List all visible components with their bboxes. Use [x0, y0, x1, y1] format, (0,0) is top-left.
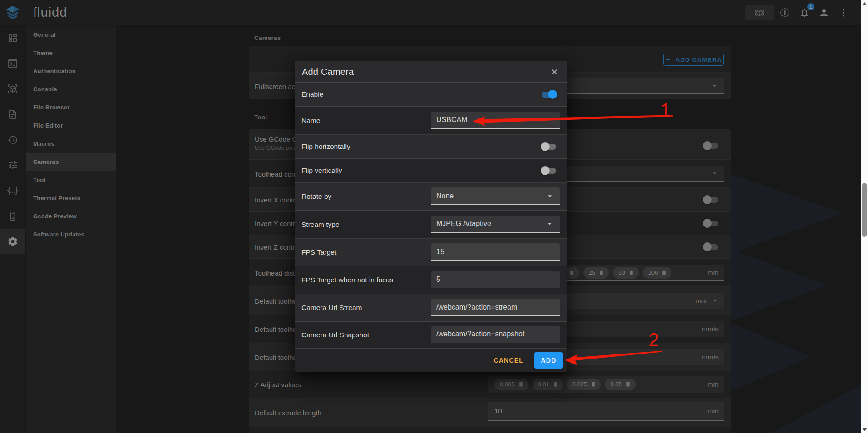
enable-toggle[interactable] [541, 90, 557, 99]
flip-horizontally-label: Flip horizontally [301, 143, 350, 151]
fps-idle-row: FPS Target when not in focus 5 [295, 266, 567, 294]
flip-vertically-row: Flip vertically [295, 159, 567, 183]
app-window: fluidd [0, 0, 868, 433]
scrollbar-down-arrow[interactable] [861, 426, 868, 433]
url-snapshot-label: Camera Url Snapshot [301, 331, 369, 339]
rotate-by-row: Rotate by None [295, 183, 567, 211]
fps-target-label: FPS Target [301, 248, 336, 256]
close-button[interactable] [549, 66, 560, 77]
stream-type-label: Stream type [301, 221, 340, 229]
flip-vertically-toggle[interactable] [541, 166, 557, 175]
fps-target-row: FPS Target 15 [295, 239, 567, 266]
url-snapshot-row: Camera Url Snapshot /webcam/?action=snap… [295, 322, 567, 348]
rotate-by-label: Rotate by [301, 192, 331, 201]
close-icon [550, 68, 559, 76]
add-camera-dialog: Add Camera Enable Name USBCAM Flip horiz… [295, 61, 567, 372]
url-stream-input[interactable]: /webcam/?action=stream [431, 299, 560, 316]
scrollbar-thumb[interactable] [862, 183, 867, 237]
url-snapshot-input[interactable]: /webcam/?action=snapshot [431, 326, 560, 343]
add-button[interactable]: ADD [534, 352, 563, 369]
url-stream-label: Camera Url Stream [301, 304, 362, 312]
url-stream-value: /webcam/?action=stream [436, 303, 517, 311]
chevron-down-icon [545, 192, 554, 201]
enable-row: Enable [295, 83, 567, 107]
fps-idle-input[interactable]: 5 [431, 271, 560, 288]
scrollbar-up-arrow[interactable] [861, 0, 868, 7]
flip-vertically-label: Flip vertically [301, 167, 342, 175]
fps-target-value: 15 [436, 248, 444, 256]
url-stream-row: Camera Url Stream /webcam/?action=stream [295, 294, 567, 322]
name-input-value: USBCAM [436, 116, 467, 124]
chevron-down-icon [545, 219, 554, 228]
dialog-title: Add Camera [302, 67, 354, 77]
name-input[interactable]: USBCAM [431, 112, 560, 129]
flip-horizontally-row: Flip horizontally [295, 135, 567, 159]
fps-idle-label: FPS Target when not in focus [301, 276, 393, 284]
flip-horizontally-toggle[interactable] [541, 142, 557, 151]
name-label: Name [301, 117, 320, 125]
enable-label: Enable [301, 90, 323, 98]
url-snapshot-value: /webcam/?action=snapshot [436, 330, 524, 338]
fps-idle-value: 5 [436, 276, 440, 284]
stream-type-row: Stream type MJPEG Adaptive [295, 211, 567, 239]
name-row: Name USBCAM [295, 107, 567, 135]
fps-target-input[interactable]: 15 [431, 243, 560, 261]
dialog-header: Add Camera [295, 61, 567, 83]
stream-type-select[interactable]: MJPEG Adaptive [431, 216, 560, 233]
rotate-by-value: None [436, 192, 454, 200]
rotate-by-select[interactable]: None [431, 187, 560, 205]
cancel-button[interactable]: CANCEL [490, 357, 527, 364]
stream-type-value: MJPEG Adaptive [436, 220, 491, 228]
page-scrollbar[interactable] [861, 0, 868, 433]
dialog-footer: CANCEL ADD [295, 348, 567, 372]
